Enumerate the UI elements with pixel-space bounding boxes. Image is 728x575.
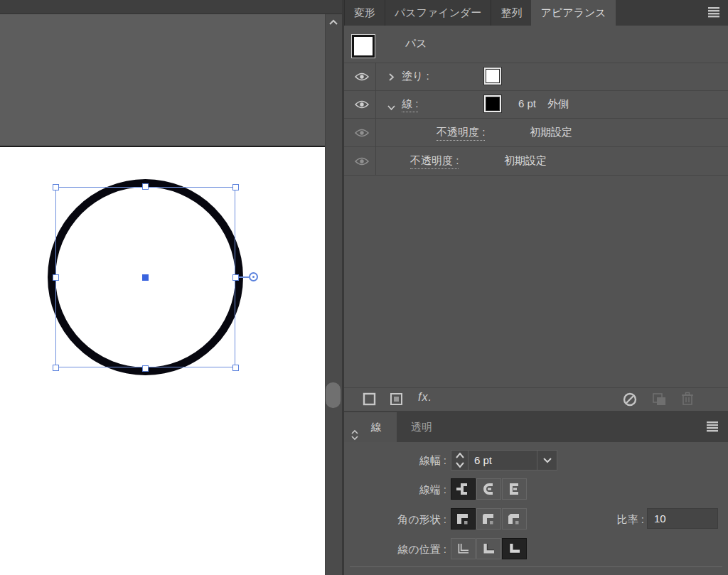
handle-mid-left[interactable] xyxy=(53,274,59,281)
tab-stroke-label: 線 xyxy=(360,421,382,433)
cap-butt-button[interactable] xyxy=(451,478,476,500)
fill-row[interactable]: 塗り : xyxy=(344,63,728,90)
tab-pathfinder[interactable]: パスファインダー xyxy=(385,0,491,26)
appearance-item-row[interactable]: パス xyxy=(344,26,728,63)
opacity-link-label[interactable]: 不透明度 : xyxy=(410,154,459,169)
miter-limit-input[interactable] xyxy=(647,508,718,529)
stroke-panel-separator xyxy=(350,566,722,567)
tab-appearance[interactable]: アピアランス xyxy=(531,0,615,26)
right-panel-stack: 変形 パスファインダー 整列 アピアランス パス xyxy=(344,0,728,575)
chevron-down-icon[interactable] xyxy=(387,101,396,113)
stroke-weight-combo[interactable]: 6 pt xyxy=(451,450,557,471)
opacity-link-label[interactable]: 不透明度 : xyxy=(437,126,485,141)
handle-top-left[interactable] xyxy=(53,184,59,190)
stroke-color-swatch[interactable] xyxy=(484,95,501,112)
corner-bevel-button[interactable] xyxy=(502,508,527,530)
visibility-eye-icon-dim[interactable] xyxy=(354,128,370,138)
new-stroke-icon[interactable] xyxy=(363,392,376,409)
align-stroke-button-group xyxy=(451,538,527,559)
canvas-area[interactable] xyxy=(0,0,342,575)
scrollbar-thumb[interactable] xyxy=(326,382,341,408)
new-fill-icon[interactable] xyxy=(390,392,403,409)
illustrator-workspace: 変形 パスファインダー 整列 アピアランス パス xyxy=(0,0,728,575)
stroke-panel-tabbar: 線 透明 xyxy=(344,411,728,442)
stroke-weight-label: 線幅 : xyxy=(344,454,446,468)
cap-round-button[interactable] xyxy=(476,478,501,500)
handle-bottom-left[interactable] xyxy=(53,365,59,371)
corner-label: 角の形状 : xyxy=(344,513,446,527)
handle-top-right[interactable] xyxy=(232,184,239,190)
stroke-panel-menu-icon[interactable] xyxy=(705,421,719,436)
opacity-value: 初期設定 xyxy=(504,154,547,168)
align-stroke-label: 線の位置 : xyxy=(344,543,446,557)
appearance-panel-menu-icon[interactable] xyxy=(707,6,721,18)
stroke-weight-value: 6 pt xyxy=(518,97,536,109)
cap-projecting-button[interactable] xyxy=(502,478,527,500)
appearance-toolbar: fx. xyxy=(344,387,728,411)
duplicate-item-icon[interactable] xyxy=(653,393,666,409)
clear-appearance-icon[interactable] xyxy=(623,392,637,409)
opacity-value: 初期設定 xyxy=(530,126,572,139)
visibility-eye-icon-dim[interactable] xyxy=(354,156,370,166)
new-effect-fx-icon[interactable]: fx. xyxy=(418,391,432,404)
fill-color-swatch[interactable] xyxy=(484,68,501,85)
align-stroke-center-button[interactable] xyxy=(451,538,476,559)
handle-top-center[interactable] xyxy=(142,183,149,190)
tab-stroke[interactable]: 線 xyxy=(344,412,397,442)
appearance-panel: パス 塗り : xyxy=(344,26,728,411)
align-stroke-outside-button[interactable] xyxy=(502,538,527,559)
stroke-opacity-row[interactable]: 不透明度 : 初期設定 xyxy=(344,118,728,146)
pasteboard[interactable] xyxy=(0,15,325,146)
cap-label: 線端 : xyxy=(344,483,446,497)
delete-item-trash-icon[interactable] xyxy=(681,392,694,409)
stroke-align-value: 外側 xyxy=(547,97,569,111)
tab-transform[interactable]: 変形 xyxy=(344,0,385,26)
miter-limit-label: 比率 : xyxy=(584,513,644,527)
tab-align[interactable]: 整列 xyxy=(491,0,531,26)
stroke-weight-stepper[interactable] xyxy=(451,451,469,470)
appearance-item-title: パス xyxy=(405,37,427,50)
corner-button-group xyxy=(451,508,527,530)
cap-button-group xyxy=(451,478,527,500)
handle-bottom-right[interactable] xyxy=(232,365,239,371)
handle-mid-right[interactable] xyxy=(232,274,239,281)
chevron-right-icon[interactable] xyxy=(388,72,395,84)
document-topbar xyxy=(0,0,342,14)
visibility-eye-icon[interactable] xyxy=(354,72,370,82)
vertical-scrollbar[interactable] xyxy=(325,14,342,575)
corner-miter-button[interactable] xyxy=(451,508,476,530)
shape-widget-handle[interactable] xyxy=(249,272,258,281)
stroke-row[interactable]: 線 : 6 pt 外側 xyxy=(344,90,728,118)
visibility-eye-icon[interactable] xyxy=(354,100,370,109)
stroke-weight-value[interactable]: 6 pt xyxy=(469,451,537,470)
stroke-panel: 線幅 : 6 pt 線端 : xyxy=(344,442,728,575)
stroke-label[interactable]: 線 : xyxy=(402,97,418,112)
handle-bottom-center[interactable] xyxy=(142,365,149,372)
stroke-weight-dropdown-icon[interactable] xyxy=(537,451,557,470)
center-point[interactable] xyxy=(142,274,149,281)
scroll-up-icon[interactable] xyxy=(328,17,338,26)
fill-label[interactable]: 塗り : xyxy=(402,70,429,83)
panel-tabbar: 変形 パスファインダー 整列 アピアランス xyxy=(344,0,728,26)
path-thumbnail xyxy=(352,35,375,58)
shape-widget-line xyxy=(239,276,249,278)
eye-column-divider xyxy=(375,63,376,175)
corner-round-button[interactable] xyxy=(476,508,501,530)
tab-transparency[interactable]: 透明 xyxy=(397,412,446,442)
path-opacity-row[interactable]: 不透明度 : 初期設定 xyxy=(344,146,728,175)
align-stroke-inside-button[interactable] xyxy=(476,538,501,559)
